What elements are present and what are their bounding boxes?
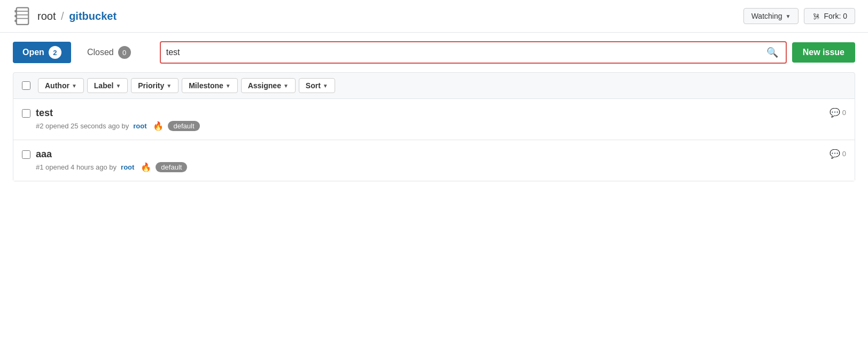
closed-count-badge: 0 bbox=[118, 46, 131, 59]
tab-closed-label: Closed bbox=[87, 48, 114, 57]
fork-button[interactable]: Fork: 0 bbox=[804, 8, 855, 24]
label-filter-button[interactable]: Label ▼ bbox=[87, 78, 128, 93]
search-button[interactable]: 🔍 bbox=[764, 47, 780, 58]
watching-chevron: ▼ bbox=[786, 13, 791, 19]
issue-item: test #2 opened 25 seconds ago by root 🔥 … bbox=[13, 99, 855, 140]
priority-filter-label: Priority bbox=[138, 81, 164, 90]
flame-icon-1: 🔥 bbox=[141, 162, 151, 172]
search-icon: 🔍 bbox=[766, 47, 778, 58]
repo-header: root / gitbucket Watching ▼ Fork: 0 bbox=[0, 0, 868, 33]
repo-title: root / gitbucket bbox=[13, 6, 117, 26]
comment-icon-1: 💬 bbox=[830, 149, 840, 159]
priority-filter-button[interactable]: Priority ▼ bbox=[131, 78, 179, 93]
new-issue-button[interactable]: New issue bbox=[792, 42, 855, 63]
filter-bar: Author ▼ Label ▼ Priority ▼ Milestone ▼ … bbox=[13, 72, 855, 99]
svg-rect-0 bbox=[17, 7, 29, 25]
assignee-filter-label: Assignee bbox=[248, 81, 281, 90]
watching-label: Watching bbox=[751, 12, 782, 20]
assignee-chevron: ▼ bbox=[283, 83, 289, 89]
issue-comment-count-1[interactable]: 💬 0 bbox=[830, 149, 846, 159]
milestone-filter-label: Milestone bbox=[189, 81, 223, 90]
author-filter-button[interactable]: Author ▼ bbox=[38, 78, 84, 93]
repo-full-name: root / gitbucket bbox=[37, 10, 117, 22]
issue-number-meta-2: #2 opened 25 seconds ago by bbox=[36, 122, 129, 130]
svg-rect-6 bbox=[14, 20, 17, 22]
issue-item: aaa #1 opened 4 hours ago by root 🔥 defa… bbox=[13, 140, 855, 181]
milestone-filter-button[interactable]: Milestone ▼ bbox=[182, 78, 237, 93]
issues-list: test #2 opened 25 seconds ago by root 🔥 … bbox=[13, 99, 855, 181]
issues-top-bar: Open 2 Closed 0 🔍 New issue bbox=[13, 41, 855, 64]
issue-checkbox-1[interactable] bbox=[22, 150, 30, 159]
issue-number-meta-1: #1 opened 4 hours ago by bbox=[36, 163, 117, 171]
repo-name-link[interactable]: gitbucket bbox=[69, 10, 117, 22]
label-filter-label: Label bbox=[94, 81, 114, 90]
issue-title-1[interactable]: aaa bbox=[36, 149, 846, 160]
svg-rect-4 bbox=[14, 10, 17, 13]
issue-title-2[interactable]: test bbox=[36, 108, 846, 119]
issue-label-1[interactable]: default bbox=[156, 162, 187, 172]
assignee-filter-button[interactable]: Assignee ▼ bbox=[241, 78, 296, 93]
issue-comment-count-2[interactable]: 💬 0 bbox=[830, 108, 846, 118]
comment-icon-2: 💬 bbox=[830, 108, 840, 118]
issue-author-2[interactable]: root bbox=[133, 122, 146, 130]
issue-meta-2: #2 opened 25 seconds ago by root 🔥 defau… bbox=[36, 121, 846, 131]
tab-open-label: Open bbox=[22, 48, 44, 57]
flame-icon-2: 🔥 bbox=[153, 121, 164, 131]
author-chevron: ▼ bbox=[72, 83, 77, 89]
fork-icon bbox=[812, 12, 820, 20]
tab-open[interactable]: Open 2 bbox=[13, 42, 71, 63]
issue-meta-1: #1 opened 4 hours ago by root 🔥 default bbox=[36, 162, 846, 172]
issue-label-2[interactable]: default bbox=[168, 121, 199, 131]
header-actions: Watching ▼ Fork: 0 bbox=[743, 8, 855, 24]
issues-container: Open 2 Closed 0 🔍 New issue Aut bbox=[0, 33, 868, 190]
sort-chevron: ▼ bbox=[323, 83, 328, 89]
label-chevron: ▼ bbox=[115, 83, 121, 89]
milestone-chevron: ▼ bbox=[226, 83, 231, 89]
sort-filter-button[interactable]: Sort ▼ bbox=[299, 78, 335, 93]
open-count-badge: 2 bbox=[49, 46, 61, 59]
issue-checkbox-2[interactable] bbox=[22, 109, 30, 118]
watching-button[interactable]: Watching ▼ bbox=[743, 8, 799, 24]
priority-chevron: ▼ bbox=[166, 83, 172, 89]
sort-filter-label: Sort bbox=[306, 81, 321, 90]
svg-rect-5 bbox=[14, 15, 17, 18]
comment-number-1: 0 bbox=[842, 150, 846, 158]
comment-number-2: 0 bbox=[842, 109, 846, 117]
issue-author-1[interactable]: root bbox=[121, 163, 134, 171]
select-all-checkbox[interactable] bbox=[22, 81, 30, 90]
page-wrapper: root / gitbucket Watching ▼ Fork: 0 bbox=[0, 0, 868, 190]
repo-owner: root bbox=[37, 10, 56, 22]
issue-content-2: test #2 opened 25 seconds ago by root 🔥 … bbox=[36, 108, 846, 131]
search-input[interactable] bbox=[166, 48, 764, 57]
repo-icon bbox=[13, 6, 32, 26]
issue-content-1: aaa #1 opened 4 hours ago by root 🔥 defa… bbox=[36, 149, 846, 172]
author-filter-label: Author bbox=[45, 81, 69, 90]
fork-label: Fork: 0 bbox=[824, 12, 847, 20]
search-box: 🔍 bbox=[160, 41, 787, 64]
tab-closed[interactable]: Closed 0 bbox=[78, 42, 141, 63]
search-area: 🔍 New issue bbox=[160, 41, 855, 64]
